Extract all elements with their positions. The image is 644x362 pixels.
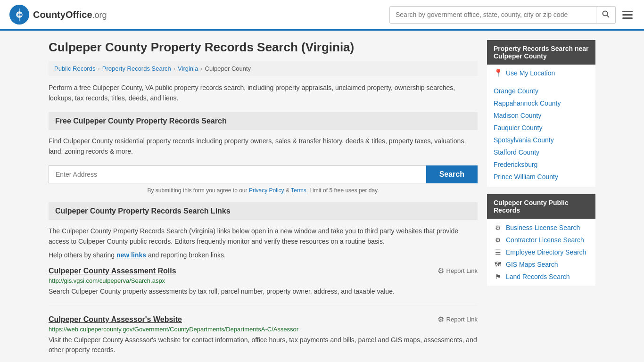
links-section: Culpeper County Property Records Search … — [49, 202, 478, 362]
new-links-link[interactable]: new links — [116, 251, 146, 259]
list-item: ⚑ Land Records Search — [487, 271, 595, 283]
hamburger-menu-button[interactable] — [620, 9, 635, 21]
nearby-orange-county[interactable]: Orange County — [494, 87, 538, 95]
site-header: C CountyOffice.org — [0, 0, 644, 31]
use-my-location-link[interactable]: Use My Location — [506, 69, 555, 77]
list-item: Spotsylvania County — [487, 134, 595, 146]
nearby-heading: Property Records Search near Culpeper Co… — [487, 40, 595, 65]
terms-link[interactable]: Terms — [291, 187, 306, 194]
breadcrumb: Public Records › Property Records Search… — [49, 61, 478, 76]
list-item: Stafford County — [487, 146, 595, 158]
svg-point-6 — [603, 11, 608, 16]
header-right — [389, 6, 635, 24]
breadcrumb-virginia[interactable]: Virginia — [178, 65, 198, 72]
gear-icon: ⚙ — [494, 224, 502, 231]
report-icon: ⚙ — [438, 266, 444, 275]
list-item: Rappahannock County — [487, 97, 595, 109]
main-content: Culpeper County Property Records Search … — [49, 40, 478, 362]
link-url[interactable]: https://web.culpepercounty.gov/Governmen… — [49, 326, 478, 333]
nearby-madison-county[interactable]: Madison County — [494, 112, 541, 119]
nearby-fauquier-county[interactable]: Fauquier County — [494, 124, 543, 132]
breadcrumb-current: Culpeper County — [205, 65, 251, 72]
list-item: 🗺 GIS Maps Search — [487, 258, 595, 271]
link-item: Culpeper County Assessment Rolls ⚙ Repor… — [49, 266, 478, 305]
page-title: Culpeper County Property Records Search … — [49, 40, 478, 55]
report-link-button[interactable]: ⚙ Report Link — [438, 315, 478, 324]
global-search-bar — [389, 6, 616, 24]
list-item: Madison County — [487, 109, 595, 122]
nearby-rappahannock-county[interactable]: Rappahannock County — [494, 99, 561, 107]
link-assessment-rolls[interactable]: Culpeper County Assessment Rolls — [49, 267, 176, 275]
link-url[interactable]: http://gis.vgsi.com/culpeperva/Search.as… — [49, 277, 478, 284]
nearby-section: Property Records Search near Culpeper Co… — [487, 40, 595, 187]
link-item: Culpeper County Assessor's Website ⚙ Rep… — [49, 315, 478, 362]
logo-icon: C — [9, 5, 29, 25]
gis-maps-search-link[interactable]: GIS Maps Search — [506, 261, 558, 268]
nearby-prince-william-county[interactable]: Prince William County — [494, 173, 558, 181]
public-records-section: Culpeper County Public Records ⚙ Busines… — [487, 194, 595, 286]
address-search-button[interactable]: Search — [426, 165, 478, 183]
business-license-search-link[interactable]: Business License Search — [506, 224, 580, 231]
free-search-section: Free Culpeper County Property Records Se… — [49, 112, 478, 194]
link-description: Search Culpeper County property assessme… — [49, 287, 478, 296]
list-icon: ☰ — [494, 248, 502, 256]
link-item-title: Culpeper County Assessor's Website — [49, 315, 182, 324]
use-my-location[interactable]: 📍 Use My Location — [487, 65, 595, 81]
list-item: Fauquier County — [487, 122, 595, 134]
free-search-description: Find Culpeper County residential propert… — [49, 136, 478, 157]
links-section-heading: Culpeper County Property Records Search … — [49, 202, 478, 220]
contractor-license-search-link[interactable]: Contractor License Search — [506, 236, 584, 244]
public-records-heading: Culpeper County Public Records — [487, 194, 595, 219]
link-item-header: Culpeper County Assessment Rolls ⚙ Repor… — [49, 266, 478, 275]
employee-directory-search-link[interactable]: Employee Directory Search — [506, 248, 586, 256]
logo-text: CountyOffice.org — [33, 9, 107, 20]
link-assessor-website[interactable]: Culpeper County Assessor's Website — [49, 315, 182, 323]
link-item-title: Culpeper County Assessment Rolls — [49, 267, 176, 275]
gear-icon: ⚙ — [494, 236, 502, 244]
address-search-form: Search — [49, 165, 478, 183]
logo-area: C CountyOffice.org — [9, 5, 107, 25]
global-search-input[interactable] — [390, 7, 596, 22]
link-description: Visit the Culpeper County Assessor's web… — [49, 335, 478, 355]
list-item: Fredericksburg — [487, 158, 595, 171]
map-icon: 🗺 — [494, 261, 502, 268]
breadcrumb-public-records[interactable]: Public Records — [54, 65, 95, 72]
list-item: ⚙ Business License Search — [487, 222, 595, 234]
privacy-policy-link[interactable]: Privacy Policy — [249, 187, 284, 194]
link-item-header: Culpeper County Assessor's Website ⚙ Rep… — [49, 315, 478, 324]
nearby-list: Orange County Rappahannock County Madiso… — [487, 81, 595, 187]
report-icon: ⚙ — [438, 315, 444, 324]
global-search-button[interactable] — [596, 7, 615, 23]
sidebar: Property Records Search near Culpeper Co… — [487, 40, 595, 362]
share-line: Help others by sharing new links and rep… — [49, 251, 478, 259]
nearby-spotsylvania-county[interactable]: Spotsylvania County — [494, 136, 554, 144]
list-item: ⚙ Contractor License Search — [487, 234, 595, 246]
svg-line-7 — [607, 15, 610, 17]
nearby-fredericksburg[interactable]: Fredericksburg — [494, 161, 537, 168]
list-item: Orange County — [487, 85, 595, 97]
list-item: Prince William County — [487, 171, 595, 183]
page-intro: Perform a free Culpeper County, VA publi… — [49, 82, 478, 104]
location-pin-icon: 📍 — [494, 68, 503, 77]
public-records-list: ⚙ Business License Search ⚙ Contractor L… — [487, 219, 595, 286]
breadcrumb-property-records-search[interactable]: Property Records Search — [102, 65, 171, 72]
form-disclaimer: By submitting this form you agree to our… — [49, 187, 478, 194]
report-link-button[interactable]: ⚙ Report Link — [438, 266, 478, 275]
land-records-search-link[interactable]: Land Records Search — [506, 273, 570, 280]
land-icon: ⚑ — [494, 273, 502, 280]
free-search-heading: Free Culpeper County Property Records Se… — [49, 112, 478, 130]
main-container: Culpeper County Property Records Search … — [39, 31, 605, 362]
address-input[interactable] — [49, 165, 426, 183]
nearby-stafford-county[interactable]: Stafford County — [494, 148, 539, 156]
links-description: The Culpeper County Property Records Sea… — [49, 226, 478, 247]
list-item: ☰ Employee Directory Search — [487, 246, 595, 258]
